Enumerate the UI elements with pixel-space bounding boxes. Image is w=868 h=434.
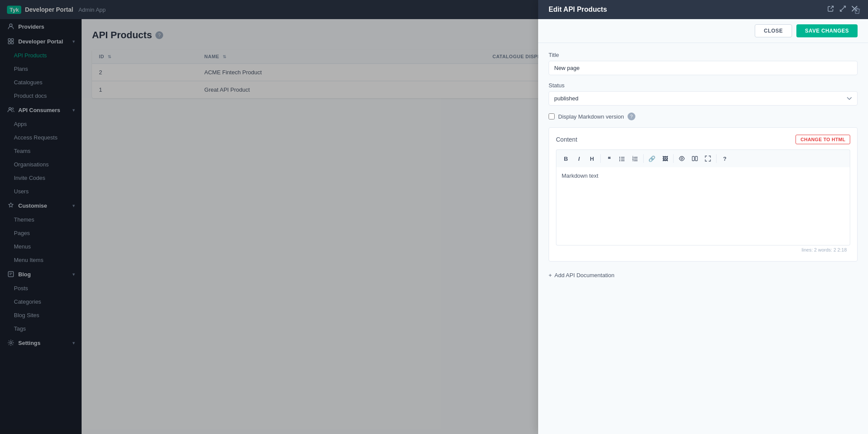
ordered-list-button[interactable]: 1.2.3. (629, 152, 641, 165)
quote-button[interactable]: ❝ (603, 152, 615, 165)
link-button[interactable]: 🔗 (646, 152, 658, 165)
bold-button[interactable]: B (560, 152, 572, 165)
svg-point-23 (681, 158, 683, 159)
toolbar-separator-4 (716, 154, 717, 163)
display-markdown-label: Display Markdown version (558, 113, 624, 120)
svg-rect-24 (692, 156, 694, 161)
add-api-documentation-link[interactable]: + Add API Documentation (549, 268, 858, 282)
title-form-group: Title (549, 52, 858, 75)
display-markdown-checkbox[interactable] (549, 113, 555, 119)
preview-button[interactable] (676, 152, 688, 165)
save-changes-button[interactable]: SAVE CHANGES (796, 24, 858, 37)
toolbar-separator-2 (643, 154, 644, 163)
close-button[interactable]: CLOSE (755, 24, 792, 37)
heading-button[interactable]: H (586, 152, 598, 165)
modal-title: Edit API Products (549, 6, 607, 13)
title-input[interactable] (549, 61, 858, 75)
status-label: Status (549, 82, 858, 89)
modal-overlay: Edit API Products CLOSE SAVE CHANGES (0, 0, 868, 434)
svg-text:3.: 3. (632, 159, 635, 162)
editor-toolbar: B I H ❝ 1.2.3. 🔗 🖼 (556, 149, 850, 167)
svg-point-15 (619, 160, 620, 161)
modal-body: Title Status published draft Display Mar… (538, 43, 868, 434)
content-card: Content CHANGE TO HTML B I H ❝ 1.2.3. (549, 127, 858, 262)
side-by-side-button[interactable] (689, 152, 701, 165)
modal-actions-bar: CLOSE SAVE CHANGES (538, 19, 868, 43)
edit-modal-panel: Edit API Products CLOSE SAVE CHANGES (538, 0, 868, 434)
external-link-icon[interactable] (827, 5, 834, 14)
image-button[interactable]: 🖼 (659, 152, 671, 165)
modal-header: Edit API Products (538, 0, 868, 19)
editor-content-area[interactable]: Markdown text (556, 167, 850, 245)
fullscreen-button[interactable] (702, 152, 714, 165)
svg-point-13 (619, 159, 620, 159)
status-form-group: Status published draft (549, 82, 858, 106)
guide-button[interactable]: ? (719, 152, 731, 165)
markdown-info-icon[interactable]: ? (628, 113, 635, 120)
resize-icon[interactable] (839, 5, 846, 14)
unordered-list-button[interactable] (616, 152, 628, 165)
toolbar-separator-1 (600, 154, 601, 163)
status-select[interactable]: published draft (549, 91, 858, 106)
svg-rect-25 (695, 156, 697, 161)
toolbar-separator-3 (673, 154, 674, 163)
italic-button[interactable]: I (573, 152, 585, 165)
editor-stats: lines: 2 words: 2 2:18 (556, 245, 850, 254)
change-to-html-button[interactable]: CHANGE TO HTML (796, 135, 850, 144)
content-label: Content (556, 136, 577, 143)
content-card-header: Content CHANGE TO HTML (556, 135, 850, 144)
display-markdown-row: Display Markdown version ? (549, 113, 858, 120)
title-label: Title (549, 52, 858, 58)
plus-icon: + (549, 272, 552, 278)
add-api-documentation-label: Add API Documentation (555, 272, 615, 278)
svg-point-11 (619, 157, 620, 158)
